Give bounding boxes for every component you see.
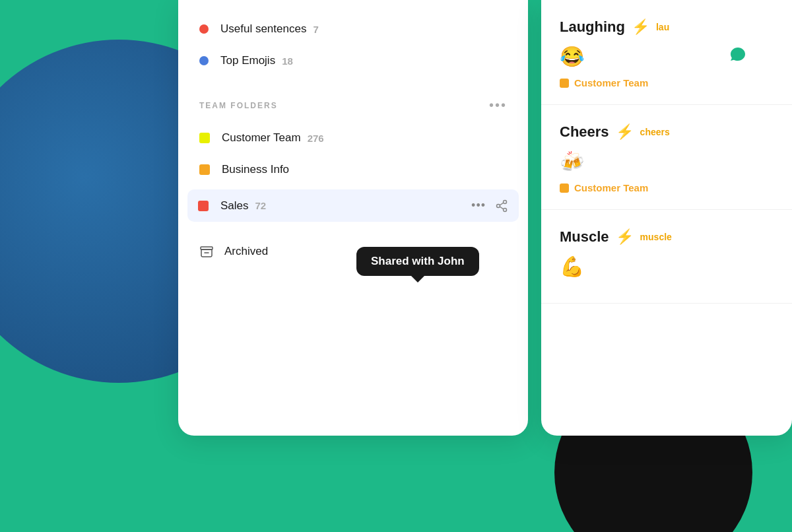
laughing-tag-row: Customer Team	[560, 77, 774, 88]
sales-more-button[interactable]: •••	[471, 199, 486, 213]
muscle-title: Muscle	[560, 228, 609, 246]
list-item-top-emojis[interactable]: Top Emojis 18	[178, 45, 528, 77]
sales-share-icon[interactable]	[495, 199, 508, 213]
laughing-lightning-icon: ⚡	[632, 18, 649, 36]
svg-point-3	[497, 204, 500, 207]
muscle-title-row: Muscle ⚡ muscle	[560, 228, 774, 246]
svg-line-4	[500, 203, 504, 205]
cheers-lightning-icon: ⚡	[616, 123, 634, 141]
laughing-title-row: Laughing ⚡ lau	[560, 18, 774, 36]
tooltip-text: Shared with John	[356, 247, 479, 276]
cheers-title-row: Cheers ⚡ cheers	[560, 123, 774, 141]
archive-icon	[199, 244, 214, 259]
dot-blue	[199, 56, 209, 65]
right-card-laughing: Laughing ⚡ lau 😂 Customer Team	[541, 0, 792, 105]
chat-bubble-icon[interactable]	[723, 40, 752, 69]
useful-sentences-label: Useful sentences	[220, 22, 306, 36]
folder-icon-red	[198, 201, 209, 211]
sales-row-actions: •••	[471, 199, 508, 213]
top-emojis-count: 18	[282, 55, 293, 67]
list-item-useful-sentences[interactable]: Useful sentences 7	[178, 13, 528, 45]
dot-red	[199, 24, 209, 34]
archived-label: Archived	[224, 245, 268, 258]
cheers-title: Cheers	[560, 123, 609, 141]
team-folders-more-button[interactable]: •••	[489, 98, 507, 113]
right-card-cheers: Cheers ⚡ cheers 🍻 Customer Team	[541, 105, 792, 210]
customer-team-count: 276	[308, 133, 324, 144]
sales-label: Sales	[220, 199, 249, 213]
muscle-emoji: 💪	[560, 255, 774, 278]
muscle-shortcut: muscle	[640, 232, 672, 242]
team-folders-title: TEAM FOLDERS	[199, 101, 278, 110]
folder-business-info[interactable]: Business Info	[178, 154, 528, 185]
laughing-shortcut: lau	[656, 22, 669, 32]
cheers-tag-row: Customer Team	[560, 182, 774, 193]
cheers-shortcut: cheers	[640, 127, 670, 137]
folder-sales-wrapper: Sales 72 •••	[178, 185, 528, 226]
svg-point-1	[504, 200, 507, 203]
laughing-tag-dot	[560, 79, 569, 88]
cheers-tag-dot	[560, 183, 569, 193]
folder-icon-yellow-light	[199, 133, 210, 143]
cheers-emoji: 🍻	[560, 150, 774, 173]
team-folders-header: TEAM FOLDERS •••	[178, 92, 528, 122]
laughing-title: Laughing	[560, 18, 625, 36]
left-panel: Useful sentences 7 Top Emojis 18 TEAM FO…	[178, 0, 528, 436]
folder-customer-team[interactable]: Customer Team 276	[178, 122, 528, 154]
laughing-tag-label: Customer Team	[574, 77, 648, 88]
folder-icon-orange	[199, 164, 210, 175]
svg-line-5	[500, 207, 504, 209]
cheers-tag-label: Customer Team	[574, 182, 648, 193]
right-panel: Laughing ⚡ lau 😂 Customer Team Cheers ⚡ …	[541, 0, 792, 436]
sales-count: 72	[255, 200, 267, 211]
svg-point-2	[504, 208, 507, 211]
useful-sentences-count: 7	[313, 24, 318, 35]
top-emojis-label: Top Emojis	[220, 54, 275, 67]
shared-tooltip: Shared with John	[356, 247, 479, 276]
folder-sales[interactable]: Sales 72 •••	[187, 189, 519, 222]
muscle-lightning-icon: ⚡	[616, 228, 634, 246]
right-card-muscle: Muscle ⚡ muscle 💪	[541, 210, 792, 304]
business-info-label: Business Info	[222, 163, 289, 176]
customer-team-label: Customer Team	[222, 131, 301, 145]
